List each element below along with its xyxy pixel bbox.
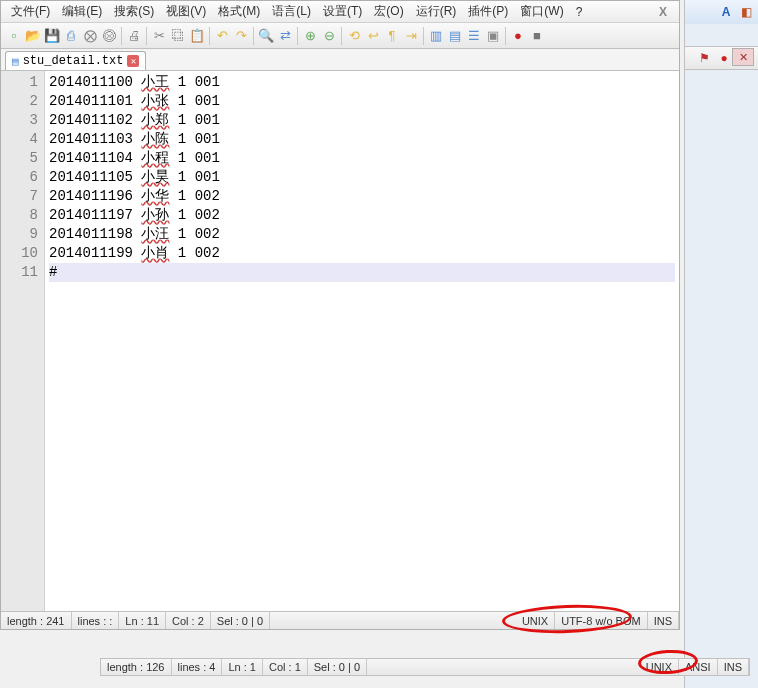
code-line: 2014011197 小孙 1 002: [49, 206, 675, 225]
zoom-in-icon[interactable]: ⊕: [301, 27, 319, 45]
paste-icon[interactable]: 📋: [188, 27, 206, 45]
menu-window[interactable]: 窗口(W): [514, 1, 569, 22]
code-line: 2014011196 小华 1 002: [49, 187, 675, 206]
status2-encoding: ANSI: [679, 659, 718, 675]
menu-plugins[interactable]: 插件(P): [462, 1, 514, 22]
code-line: 2014011100 小王 1 001: [49, 73, 675, 92]
bg-icon-a: A: [718, 4, 734, 20]
tab-close-icon[interactable]: ✕: [127, 55, 139, 67]
status-ln: Ln : 11: [119, 612, 166, 629]
close-all-icon[interactable]: ⨷: [100, 27, 118, 45]
bg-record-icon: ●: [716, 50, 732, 66]
menu-bar: 文件(F) 编辑(E) 搜索(S) 视图(V) 格式(M) 语言(L) 设置(T…: [1, 1, 679, 23]
close-file-icon[interactable]: ⨂: [81, 27, 99, 45]
record-icon[interactable]: ●: [509, 27, 527, 45]
menu-help[interactable]: ?: [570, 3, 589, 21]
toolbar-sep: [297, 27, 298, 45]
line-number-gutter: 1234567891011: [1, 71, 45, 611]
folder-icon[interactable]: ▥: [427, 27, 445, 45]
stop-icon[interactable]: ■: [528, 27, 546, 45]
status-lines: lines : :: [72, 612, 120, 629]
status-encoding: UTF-8 w/o BOM: [555, 612, 647, 629]
tab-bar: ▤ stu_detail.txt ✕: [1, 49, 679, 71]
status2-eol: UNIX: [640, 659, 679, 675]
find-icon[interactable]: 🔍: [257, 27, 275, 45]
save-icon[interactable]: 💾: [43, 27, 61, 45]
status2-ins: INS: [718, 659, 749, 675]
toolbar-sep: [146, 27, 147, 45]
bg-icon-box: ◧: [738, 4, 754, 20]
code-line: 2014011105 小昊 1 001: [49, 168, 675, 187]
menu-settings[interactable]: 设置(T): [317, 1, 368, 22]
menu-search[interactable]: 搜索(S): [108, 1, 160, 22]
menu-run[interactable]: 运行(R): [410, 1, 463, 22]
menu-edit[interactable]: 编辑(E): [56, 1, 108, 22]
status-gap: [270, 612, 516, 629]
status2-lines: lines : 4: [172, 659, 223, 675]
status2-ln: Ln : 1: [222, 659, 263, 675]
menu-format[interactable]: 格式(M): [212, 1, 266, 22]
editor-window: 文件(F) 编辑(E) 搜索(S) 视图(V) 格式(M) 语言(L) 设置(T…: [0, 0, 680, 630]
status2-sel: Sel : 0 | 0: [308, 659, 367, 675]
code-line-current: #: [49, 263, 675, 282]
sync-icon[interactable]: ⟲: [345, 27, 363, 45]
status-col: Col : 2: [166, 612, 211, 629]
code-line: 2014011104 小程 1 001: [49, 149, 675, 168]
toolbar-sep: [423, 27, 424, 45]
doc-map-icon[interactable]: ▤: [446, 27, 464, 45]
menu-close-x[interactable]: X: [653, 3, 673, 21]
status-sel: Sel : 0 | 0: [211, 612, 270, 629]
undo-icon[interactable]: ↶: [213, 27, 231, 45]
status2-col: Col : 1: [263, 659, 308, 675]
toolbar: ▫ 📂 💾 ⎙ ⨂ ⨷ 🖨 ✂ ⿻ 📋 ↶ ↷ 🔍 ⇄ ⊕ ⊖ ⟲ ↩ ¶ ⇥ …: [1, 23, 679, 49]
cut-icon[interactable]: ✂: [150, 27, 168, 45]
code-line: 2014011199 小肖 1 002: [49, 244, 675, 263]
bg-titlebar: A ◧: [685, 0, 758, 24]
bg-close-button[interactable]: ✕: [732, 48, 754, 66]
bg-flag-icon: ⚑: [696, 50, 712, 66]
indent-icon[interactable]: ⇥: [402, 27, 420, 45]
menu-file[interactable]: 文件(F): [5, 1, 56, 22]
background-window-fragment: A ◧ ✕ ⚑ ● ■: [684, 0, 758, 688]
status2-gap: [367, 659, 640, 675]
menu-view[interactable]: 视图(V): [160, 1, 212, 22]
ws-icon[interactable]: ¶: [383, 27, 401, 45]
tab-filename: stu_detail.txt: [23, 54, 124, 68]
zoom-out-icon[interactable]: ⊖: [320, 27, 338, 45]
code-line: 2014011103 小陈 1 001: [49, 130, 675, 149]
toolbar-sep: [121, 27, 122, 45]
second-status-bar: length : 126 lines : 4 Ln : 1 Col : 1 Se…: [100, 658, 750, 676]
code-line: 2014011101 小张 1 001: [49, 92, 675, 111]
status-ins: INS: [648, 612, 679, 629]
status-length: length : 241: [1, 612, 72, 629]
save-all-icon[interactable]: ⎙: [62, 27, 80, 45]
toolbar-sep: [505, 27, 506, 45]
menu-macro[interactable]: 宏(O): [368, 1, 409, 22]
status-eol: UNIX: [516, 612, 555, 629]
redo-icon[interactable]: ↷: [232, 27, 250, 45]
code-line: 2014011198 小汪 1 002: [49, 225, 675, 244]
status2-length: length : 126: [101, 659, 172, 675]
file-tab[interactable]: ▤ stu_detail.txt ✕: [5, 51, 146, 70]
func-list-icon[interactable]: ☰: [465, 27, 483, 45]
new-file-icon[interactable]: ▫: [5, 27, 23, 45]
code-line: 2014011102 小郑 1 001: [49, 111, 675, 130]
copy-icon[interactable]: ⿻: [169, 27, 187, 45]
toolbar-sep: [209, 27, 210, 45]
toolbar-sep: [253, 27, 254, 45]
print-icon[interactable]: 🖨: [125, 27, 143, 45]
code-area[interactable]: 2014011100 小王 1 0012014011101 小张 1 00120…: [45, 71, 679, 611]
replace-icon[interactable]: ⇄: [276, 27, 294, 45]
status-bar: length : 241 lines : : Ln : 11 Col : 2 S…: [1, 611, 679, 629]
file-icon: ▤: [12, 55, 19, 68]
menu-language[interactable]: 语言(L): [266, 1, 317, 22]
wrap-icon[interactable]: ↩: [364, 27, 382, 45]
toolbar-sep: [341, 27, 342, 45]
open-file-icon[interactable]: 📂: [24, 27, 42, 45]
monitor-icon[interactable]: ▣: [484, 27, 502, 45]
editor-area[interactable]: 1234567891011 2014011100 小王 1 0012014011…: [1, 71, 679, 611]
